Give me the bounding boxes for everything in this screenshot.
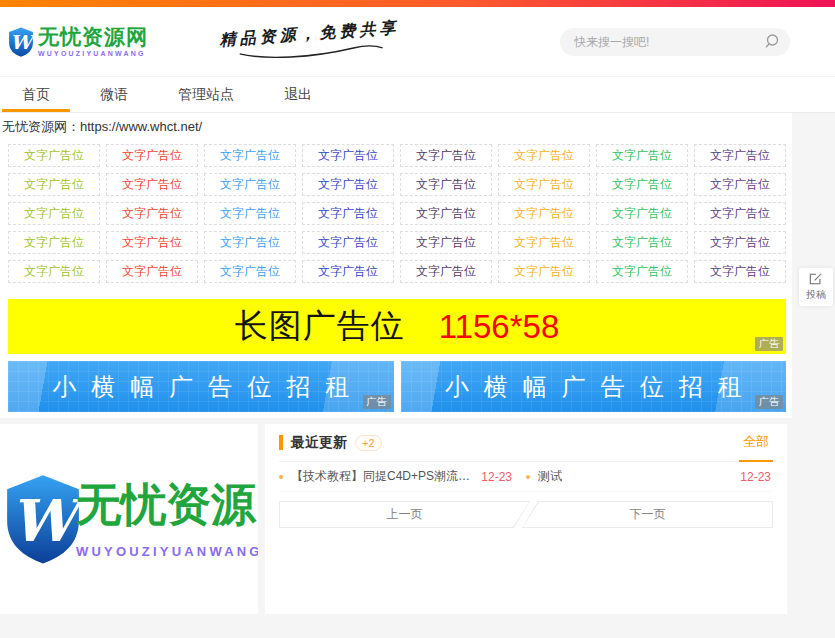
recent-updates-panel: 最近更新 +2 全部 【技术教程】同提C4D+PS潮流海报案例课 12-23 测…	[265, 424, 787, 614]
text-ad-grid: 文字广告位文字广告位文字广告位文字广告位文字广告位文字广告位文字广告位文字广告位…	[8, 144, 786, 283]
recent-updates-count-badge: +2	[355, 435, 382, 451]
text-ad-slot[interactable]: 文字广告位	[302, 260, 394, 283]
top-gradient-bar	[0, 0, 835, 7]
text-ad-slot[interactable]: 文字广告位	[204, 202, 296, 225]
logo-subtitle: WUYOUZIYUANWANG	[38, 50, 148, 57]
nav-item-weiyu[interactable]: 微语	[86, 77, 142, 112]
nav-item-label: 微语	[100, 86, 128, 104]
prev-page-button[interactable]: 上一页	[279, 501, 530, 528]
recent-item[interactable]: 【技术教程】同提C4D+PS潮流海报案例课 12-23	[279, 468, 526, 485]
text-ad-slot[interactable]: 文字广告位	[106, 144, 198, 167]
text-ad-slot[interactable]: 文字广告位	[400, 202, 492, 225]
text-ad-slot[interactable]: 文字广告位	[400, 173, 492, 196]
text-ad-slot[interactable]: 文字广告位	[204, 260, 296, 283]
text-ad-slot[interactable]: 文字广告位	[8, 144, 100, 167]
text-ad-slot[interactable]: 文字广告位	[596, 144, 688, 167]
ad-tag: 广告	[755, 395, 783, 409]
slogan: 精品资源，免费共享	[219, 18, 401, 65]
nav-item-label: 退出	[284, 86, 312, 104]
bottom-section: W 无忧资源网 WUYOUZIYUANWANG 最近更新 +2 全部 【技术教程…	[0, 424, 787, 614]
nav-item-label: 首页	[22, 86, 50, 104]
text-ad-slot[interactable]: 文字广告位	[400, 260, 492, 283]
bullet-dot-icon	[526, 475, 530, 479]
bottom-logo-subtitle: WUYOUZIYUANWANG	[76, 544, 258, 559]
text-ad-slot[interactable]: 文字广告位	[204, 173, 296, 196]
text-ad-slot[interactable]: 文字广告位	[8, 173, 100, 196]
text-ad-slot[interactable]: 文字广告位	[400, 231, 492, 254]
text-ad-slot[interactable]: 文字广告位	[8, 231, 100, 254]
text-ad-slot[interactable]: 文字广告位	[498, 173, 590, 196]
long-banner-size: 1156*58	[439, 308, 560, 346]
small-banner-row: 小横幅广告位招租 广告 小横幅广告位招租 广告	[8, 361, 786, 412]
text-ad-slot[interactable]: 文字广告位	[106, 173, 198, 196]
text-ad-slot[interactable]: 文字广告位	[8, 260, 100, 283]
text-ad-slot[interactable]: 文字广告位	[400, 144, 492, 167]
text-ad-slot[interactable]: 文字广告位	[498, 260, 590, 283]
text-ad-slot[interactable]: 文字广告位	[596, 202, 688, 225]
nav-item-home[interactable]: 首页	[8, 77, 64, 112]
text-ad-slot[interactable]: 文字广告位	[302, 202, 394, 225]
text-ad-slot[interactable]: 文字广告位	[302, 144, 394, 167]
shield-logo-icon-large: W	[4, 467, 82, 571]
text-ad-slot[interactable]: 文字广告位	[204, 231, 296, 254]
text-ad-slot[interactable]: 文字广告位	[498, 231, 590, 254]
text-ad-slot[interactable]: 文字广告位	[106, 202, 198, 225]
text-ad-slot[interactable]: 文字广告位	[694, 202, 786, 225]
site-logo[interactable]: W 无忧资源网 WUYOUZIYUANWANG	[8, 26, 148, 58]
text-ad-slot[interactable]: 文字广告位	[204, 144, 296, 167]
text-ad-slot[interactable]: 文字广告位	[302, 173, 394, 196]
text-ad-slot[interactable]: 文字广告位	[596, 231, 688, 254]
nav-item-manage-site[interactable]: 管理站点	[164, 77, 248, 112]
text-ad-slot[interactable]: 文字广告位	[8, 202, 100, 225]
nav-item-logout[interactable]: 退出	[270, 77, 326, 112]
nav-item-label: 管理站点	[178, 86, 234, 104]
text-ad-slot[interactable]: 文字广告位	[694, 173, 786, 196]
recent-item-date: 12-23	[732, 470, 773, 484]
text-ad-slot[interactable]: 文字广告位	[106, 260, 198, 283]
text-ad-slot[interactable]: 文字广告位	[694, 231, 786, 254]
recent-item-date: 12-23	[473, 470, 526, 484]
main-nav: 首页 微语 管理站点 退出	[0, 77, 835, 113]
recent-item-title: 【技术教程】同提C4D+PS潮流海报案例课	[291, 468, 473, 485]
recent-all-link[interactable]: 全部	[739, 425, 773, 462]
text-ad-slot[interactable]: 文字广告位	[106, 231, 198, 254]
text-ad-slot[interactable]: 文字广告位	[596, 260, 688, 283]
text-ad-slot[interactable]: 文字广告位	[498, 144, 590, 167]
pagination: 上一页 下一页	[279, 501, 773, 528]
recent-item-title: 测试	[538, 468, 562, 485]
bullet-dot-icon	[279, 475, 283, 479]
prev-page-label: 上一页	[279, 501, 530, 528]
text-ad-slot[interactable]: 文字广告位	[596, 173, 688, 196]
text-ad-slot[interactable]: 文字广告位	[498, 202, 590, 225]
bottom-logo-image[interactable]: W 无忧资源网 WUYOUZIYUANWANG	[0, 424, 258, 614]
next-page-label: 下一页	[522, 501, 773, 528]
recent-updates-title: 最近更新	[291, 434, 347, 452]
next-page-button[interactable]: 下一页	[522, 501, 773, 528]
search-input[interactable]	[574, 35, 763, 49]
recent-updates-header: 最近更新 +2 全部	[279, 424, 773, 462]
small-ad-banner-right[interactable]: 小横幅广告位招租 广告	[401, 361, 787, 412]
bottom-logo-title: 无忧资源网	[76, 480, 258, 530]
page: W 无忧资源网 WUYOUZIYUANWANG 精品资源，免费共享 首	[0, 0, 835, 638]
search-button[interactable]	[763, 33, 780, 50]
search-icon	[763, 33, 780, 50]
edit-compose-icon	[809, 272, 823, 286]
right-gray-strip	[792, 113, 835, 638]
shield-logo-icon: W	[8, 26, 34, 58]
text-ad-slot[interactable]: 文字广告位	[694, 260, 786, 283]
main-content: 无忧资源网：https://www.whct.net/ 文字广告位文字广告位文字…	[0, 113, 792, 418]
long-banner-title: 长图广告位	[235, 304, 405, 349]
logo-title: 无忧资源网	[38, 26, 148, 48]
section-accent-bar	[279, 435, 283, 450]
ad-tag: 广告	[755, 337, 783, 351]
text-ad-slot[interactable]: 文字广告位	[694, 144, 786, 167]
svg-text:W: W	[10, 31, 34, 54]
recent-updates-list: 【技术教程】同提C4D+PS潮流海报案例课 12-23 测试 12-23	[279, 462, 773, 492]
small-banner-text: 小横幅广告位招租	[37, 371, 364, 403]
recent-item[interactable]: 测试 12-23	[526, 468, 773, 485]
text-ad-slot[interactable]: 文字广告位	[302, 231, 394, 254]
long-ad-banner[interactable]: 长图广告位 1156*58 广告	[8, 299, 786, 354]
submit-post-button[interactable]: 投稿	[799, 268, 833, 306]
small-ad-banner-left[interactable]: 小横幅广告位招租 广告	[8, 361, 394, 412]
submit-post-label: 投稿	[806, 288, 826, 302]
